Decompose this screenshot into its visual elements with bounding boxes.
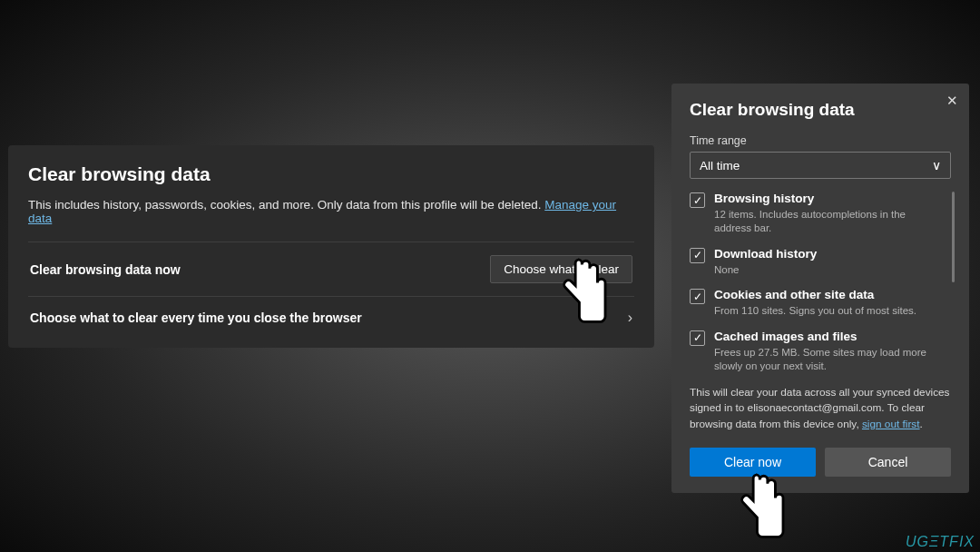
option-title: Cookies and other site data [714, 288, 916, 303]
checkbox-cookies[interactable]: ✓ [690, 289, 705, 304]
clear-on-close-row[interactable]: Choose what to clear every time you clos… [28, 296, 634, 339]
scrollbar[interactable] [952, 192, 955, 282]
sync-note-suffix: . [920, 418, 923, 430]
clear-on-close-label: Choose what to clear every time you clos… [30, 310, 362, 325]
settings-panel: Clear browsing data This includes histor… [8, 145, 654, 348]
time-range-label: Time range [690, 134, 951, 147]
option-title: Download history [714, 247, 817, 262]
checkbox-download-history[interactable]: ✓ [690, 248, 705, 263]
option-download-history: ✓ Download history None [690, 247, 942, 277]
option-desc: Frees up 27.5 MB. Some sites may load mo… [714, 346, 942, 374]
option-title: Browsing history [714, 192, 942, 207]
option-cached: ✓ Cached images and files Frees up 27.5 … [690, 330, 942, 374]
watermark: UGΞTFIX [906, 534, 975, 550]
settings-title: Clear browsing data [28, 163, 634, 185]
option-desc: None [714, 263, 817, 278]
close-icon[interactable]: ✕ [946, 93, 958, 109]
option-desc: 12 items. Includes autocompletions in th… [714, 208, 942, 236]
choose-what-to-clear-button[interactable]: Choose what to clear [490, 255, 632, 283]
clear-now-button[interactable]: Clear now [690, 448, 816, 477]
sign-out-first-link[interactable]: sign out first [862, 418, 920, 430]
option-title: Cached images and files [714, 330, 942, 345]
cancel-button[interactable]: Cancel [825, 448, 951, 477]
settings-subtitle: This includes history, passwords, cookie… [28, 198, 634, 225]
chevron-down-icon: ∨ [932, 158, 941, 172]
chevron-right-icon: › [628, 310, 632, 326]
clear-now-row: Clear browsing data now Choose what to c… [28, 242, 634, 296]
checkbox-browsing-history[interactable]: ✓ [690, 192, 705, 208]
clear-data-dialog: ✕ Clear browsing data Time range All tim… [671, 84, 969, 493]
option-browsing-history: ✓ Browsing history 12 items. Includes au… [690, 192, 942, 236]
clear-now-label: Clear browsing data now [30, 262, 181, 277]
dialog-buttons: Clear now Cancel [690, 448, 951, 477]
time-range-value: All time [700, 159, 740, 172]
options-list: ✓ Browsing history 12 items. Includes au… [690, 192, 951, 374]
settings-subtitle-text: This includes history, passwords, cookie… [28, 198, 544, 212]
dialog-title: Clear browsing data [690, 100, 951, 120]
sync-note: This will clear your data across all you… [690, 385, 951, 433]
time-range-select[interactable]: All time ∨ [690, 152, 951, 179]
checkbox-cached[interactable]: ✓ [690, 330, 705, 346]
option-desc: From 110 sites. Signs you out of most si… [714, 304, 916, 319]
option-cookies: ✓ Cookies and other site data From 110 s… [690, 288, 942, 318]
